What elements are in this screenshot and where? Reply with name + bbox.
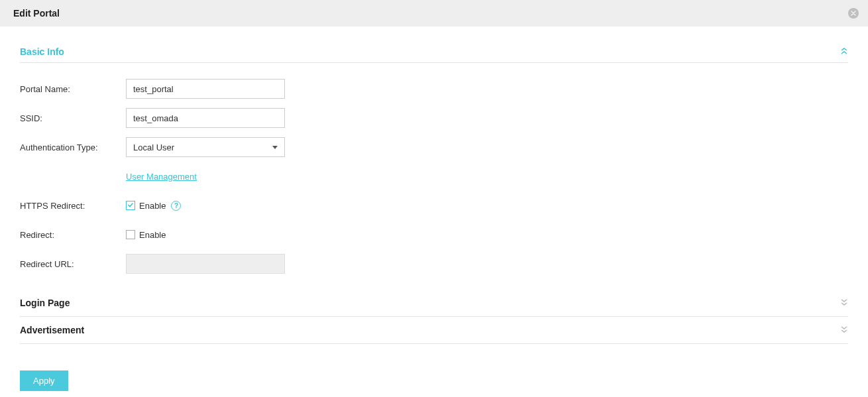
section-basic-info: Basic Info Portal Name: SSID: Authentica… [20,46,848,274]
modal-body: Basic Info Portal Name: SSID: Authentica… [0,27,868,397]
auth-type-selected: Local User [133,142,174,152]
section-header-basic-info[interactable]: Basic Info [20,46,848,63]
row-auth-type: Authentication Type: Local User [20,137,848,157]
https-redirect-cb-label: Enable [139,201,166,211]
apply-button[interactable]: Apply [20,370,68,391]
chevron-up-icon [840,48,848,56]
https-redirect-control: Enable ? [126,201,181,211]
section-header-login-page[interactable]: Login Page [20,290,848,317]
auth-type-select[interactable]: Local User [126,137,285,157]
chevron-down-icon [840,326,848,334]
redirect-url-input [126,254,285,274]
label-https-redirect: HTTPS Redirect: [20,201,126,211]
check-icon [127,201,134,209]
label-portal-name: Portal Name: [20,84,126,94]
user-management-link[interactable]: User Management [126,172,197,182]
label-ssid: SSID: [20,113,126,123]
close-icon[interactable] [848,8,859,19]
chevron-down-icon [840,299,848,307]
row-redirect-url: Redirect URL: [20,254,848,274]
label-redirect: Redirect: [20,230,126,240]
row-https-redirect: HTTPS Redirect: Enable ? [20,196,848,215]
portal-name-input[interactable] [126,79,285,99]
row-user-management: User Management [20,166,848,186]
row-redirect: Redirect: Enable [20,225,848,245]
modal-header: Edit Portal [0,0,868,27]
ssid-input[interactable] [126,108,285,128]
label-auth-type: Authentication Type: [20,142,126,152]
modal-title: Edit Portal [13,8,60,19]
section-title: Basic Info [20,46,64,57]
section-title: Advertisement [20,325,84,335]
section-advertisement: Advertisement [20,317,848,344]
row-ssid: SSID: [20,108,848,128]
redirect-cb-label: Enable [139,230,166,240]
chevron-down-icon [272,146,278,149]
row-portal-name: Portal Name: [20,79,848,99]
https-redirect-checkbox[interactable] [126,201,135,210]
section-title: Login Page [20,298,70,308]
redirect-control: Enable [126,230,171,240]
help-icon[interactable]: ? [171,201,181,211]
label-redirect-url: Redirect URL: [20,259,126,269]
section-header-advertisement[interactable]: Advertisement [20,317,848,344]
section-login-page: Login Page [20,290,848,317]
redirect-checkbox[interactable] [126,230,135,239]
